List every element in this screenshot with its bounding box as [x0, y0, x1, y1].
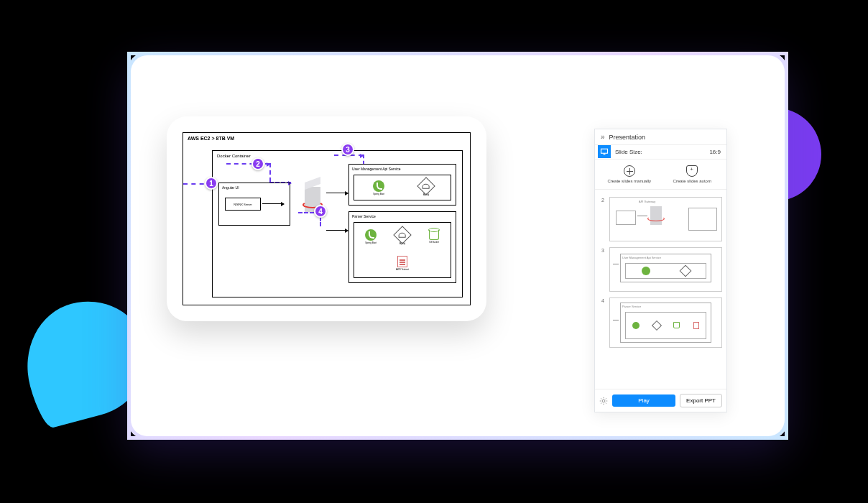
arrow-gateway-svc1: [326, 193, 348, 193]
mini-inner-2: [625, 312, 706, 339]
callout-badge-3[interactable]: 3: [341, 143, 354, 156]
spring-icon: [373, 180, 384, 192]
presentation-panel: » Presentation Slide Size: 16:9 Create s…: [594, 129, 727, 412]
spring-tech-2: Spring Boot: [361, 227, 381, 247]
slide-caption: API Gateway: [639, 200, 655, 203]
mini-ring: [647, 216, 665, 221]
spring-label: Spring Boot: [373, 193, 384, 195]
slide-thumb-4[interactable]: 4 Parser Service: [609, 297, 722, 348]
slide-size-label: Slide Size:: [615, 149, 642, 155]
app-frame: AWS EC2 > 8TB VM 1 2 3 4 Docker Containe…: [127, 52, 788, 440]
vm-container: AWS EC2 > 8TB VM 1 2 3 4 Docker Containe…: [183, 132, 471, 305]
svc2-title: Parser Service: [352, 214, 453, 218]
spring-label-2: Spring Boot: [365, 241, 377, 244]
mini-svc-box-2: Parser Service: [620, 303, 711, 343]
bucket-label: S3 Bucket: [429, 241, 439, 244]
mini-gateway: [650, 206, 662, 225]
mini-box: [616, 211, 636, 225]
svg-point-1: [602, 400, 605, 402]
mini-arrow: [637, 216, 647, 216]
slides-list: 2 API Gateway 3 User Management Api Serv…: [595, 190, 726, 369]
docker-title: Docker Container: [217, 154, 458, 158]
parser-service: Parser Service Spring Boot MySql S3 Buck…: [348, 211, 456, 283]
diagram-canvas[interactable]: AWS EC2 > 8TB VM 1 2 3 4 Docker Containe…: [167, 116, 486, 321]
textract-label: AWS Textract: [396, 268, 409, 271]
user-mgmt-service: User Management Api Service Spring Boot …: [348, 164, 456, 206]
mysql-icon-2: [393, 226, 411, 244]
mini-spring-icon-2: [632, 322, 640, 329]
create-manual-button[interactable]: Create slides manually: [598, 165, 661, 183]
mysql-tech: MySql: [416, 177, 436, 198]
mini-svc-box: User Management Api Service: [620, 254, 711, 282]
nginx-box: NGINX Server: [225, 198, 261, 211]
mini-mysql-icon-2: [652, 320, 662, 331]
panel-header: » Presentation: [595, 129, 726, 145]
slide-num: 4: [601, 298, 604, 303]
create-auto-label: Create slides autom: [673, 179, 711, 183]
arrow-nginx-gateway: [262, 203, 284, 204]
create-manual-label: Create slides manually: [607, 179, 651, 183]
vm-title: AWS EC2 > 8TB VM: [188, 136, 466, 141]
textract-tech: AWS Textract: [392, 254, 412, 274]
export-button[interactable]: Export PPT: [680, 394, 722, 407]
presentation-mode-icon[interactable]: [598, 145, 611, 158]
callout-badge-4[interactable]: 4: [314, 205, 327, 218]
mini-bucket-icon: [673, 322, 680, 328]
collapse-icon[interactable]: »: [601, 133, 605, 141]
mysql-icon: [417, 177, 435, 195]
mini-mysql-icon: [680, 265, 692, 277]
arrow-gateway-svc2: [326, 230, 348, 231]
svc2-inner: Spring Boot MySql S3 Bucket AWS Textract: [354, 222, 451, 278]
slide-num: 2: [601, 198, 604, 203]
mini-inner: [625, 263, 706, 279]
slide-actions: Create slides manually Create slides aut…: [595, 160, 726, 190]
auto-icon: [686, 165, 698, 177]
panel-footer: Play Export PPT: [595, 389, 726, 412]
callout-badge-2[interactable]: 2: [251, 157, 264, 170]
spring-icon-2: [365, 229, 377, 241]
mini-caption: User Management Api Service: [621, 254, 711, 261]
slide-thumb-3[interactable]: 3 User Management Api Service: [609, 247, 722, 292]
slide-size-row: Slide Size: 16:9: [595, 145, 726, 160]
mini-caption-2: Parser Service: [621, 303, 711, 310]
mini-arrow-in-2: [613, 320, 619, 320]
mini-svc: [688, 208, 717, 231]
bucket-icon: [429, 230, 439, 240]
callout-badge-1[interactable]: 1: [205, 177, 218, 190]
slide-thumb-2[interactable]: 2 API Gateway: [609, 197, 722, 241]
mini-spring-icon: [642, 267, 650, 275]
slide-num: 3: [601, 248, 604, 253]
angular-title: Angular UI: [222, 185, 287, 190]
plus-icon: [624, 165, 635, 177]
mini-textract-icon: [693, 322, 699, 329]
textract-icon: [397, 256, 407, 267]
svg-rect-0: [601, 149, 608, 153]
play-button[interactable]: Play: [612, 394, 675, 407]
mysql-tech-2: MySql: [392, 227, 412, 247]
docker-container: Docker Container Angular UI NGINX Server…: [212, 150, 463, 297]
slide-size-value[interactable]: 16:9: [709, 149, 721, 155]
bucket-tech: S3 Bucket: [424, 227, 444, 247]
svc1-inner: Spring Boot MySql: [354, 175, 451, 200]
angular-box: Angular UI NGINX Server: [218, 183, 290, 226]
panel-title: Presentation: [609, 134, 646, 141]
create-auto-button[interactable]: Create slides autom: [661, 165, 724, 183]
mini-arrow-in: [613, 264, 619, 264]
svc1-title: User Management Api Service: [352, 167, 453, 171]
gear-icon[interactable]: [599, 397, 608, 405]
spring-tech: Spring Boot: [369, 177, 389, 198]
